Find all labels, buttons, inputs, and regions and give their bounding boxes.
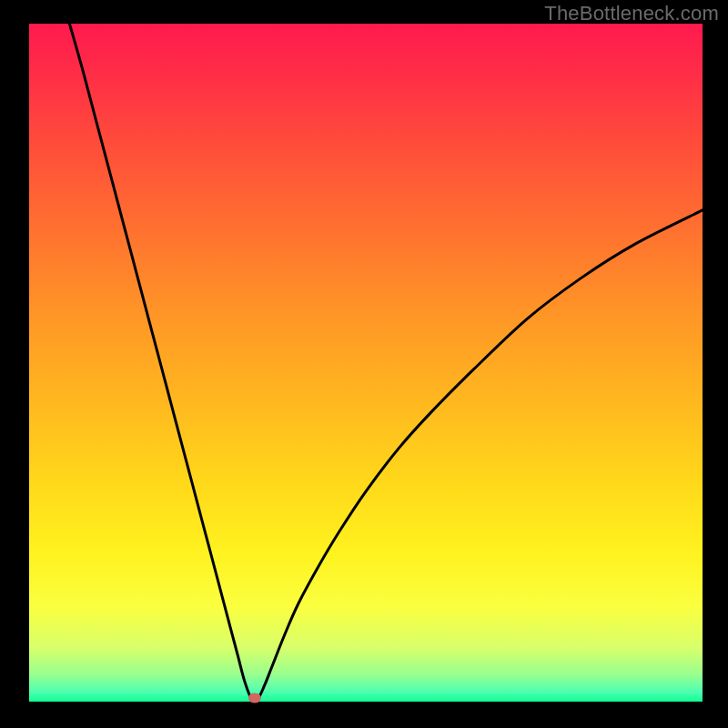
bottleneck-chart bbox=[0, 0, 728, 728]
watermark-text: TheBottleneck.com bbox=[544, 2, 719, 25]
chart-container: TheBottleneck.com bbox=[0, 0, 728, 728]
gradient-background bbox=[29, 24, 703, 702]
optimal-point-marker bbox=[248, 693, 261, 703]
